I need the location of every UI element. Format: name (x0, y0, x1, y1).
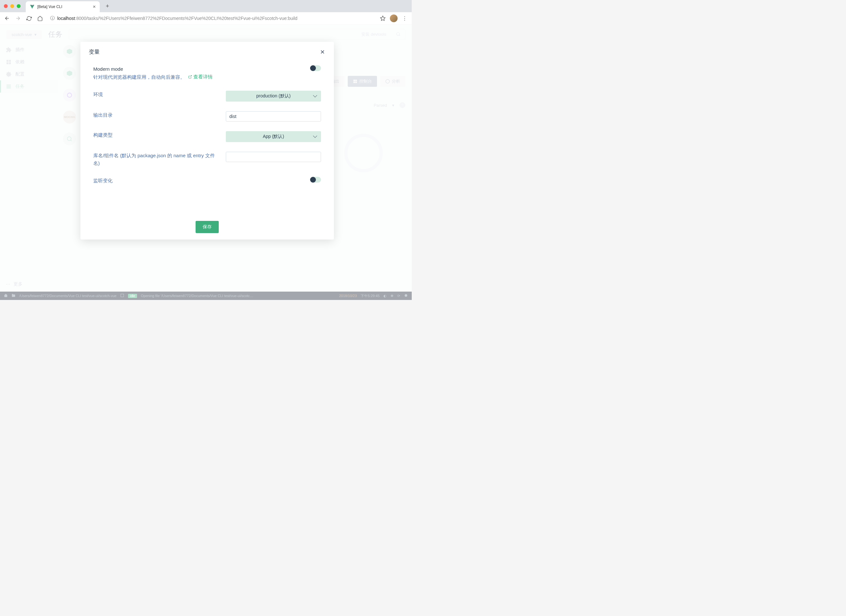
view-details-link[interactable]: 查看详情 (188, 73, 213, 81)
traffic-lights (4, 4, 21, 8)
form-row-env: 环境 production (默认) (93, 91, 321, 101)
env-dropdown[interactable]: production (默认) (226, 91, 321, 101)
svg-marker-0 (380, 16, 385, 21)
watch-toggle[interactable] (311, 177, 321, 183)
modal-header: 变量 ✕ (81, 42, 334, 59)
browser-chrome: [Beta] Vue CLI ✕ + ⓘ localhost:8000/task… (0, 0, 412, 25)
variables-modal: 变量 ✕ Modern mode 针对现代浏览器构建应用，自动向后兼容。 查看详… (81, 42, 334, 239)
modal-footer: 保存 (81, 214, 334, 239)
profile-avatar[interactable] (390, 15, 398, 22)
back-button[interactable] (3, 15, 11, 22)
tab-title: [Beta] Vue CLI (37, 4, 62, 9)
lib-name-label: 库名/组件名 (默认为 package.json 的 name 或 entry … (93, 152, 216, 167)
toggle-knob (310, 177, 316, 183)
output-dir-label: 输出目录 (93, 111, 216, 119)
maximize-window-button[interactable] (17, 4, 21, 8)
build-type-label: 构建类型 (93, 131, 216, 139)
watch-label: 监听变化 (93, 177, 216, 185)
url-bar[interactable]: ⓘ localhost:8000/tasks/%2FUsers%2Ffeiwen… (47, 14, 376, 23)
modern-mode-title: Modern mode (93, 65, 216, 73)
form-row-output-dir: 输出目录 (93, 111, 321, 122)
form-row-build-type: 构建类型 App (默认) (93, 131, 321, 142)
modal-body: Modern mode 针对现代浏览器构建应用，自动向后兼容。 查看详情 环境 (81, 59, 334, 214)
form-row-watch: 监听变化 (93, 177, 321, 185)
save-button[interactable]: 保存 (195, 221, 219, 233)
env-value: production (默认) (256, 93, 291, 99)
minimize-window-button[interactable] (10, 4, 14, 8)
form-row-lib-name: 库名/组件名 (默认为 package.json 的 name 或 entry … (93, 152, 321, 167)
build-type-dropdown[interactable]: App (默认) (226, 131, 321, 142)
browser-menu-icon[interactable]: ⋮ (401, 15, 408, 22)
lib-name-input[interactable] (226, 152, 321, 162)
output-dir-input[interactable] (226, 111, 321, 122)
site-info-icon[interactable]: ⓘ (50, 15, 55, 21)
home-button[interactable] (36, 15, 44, 22)
url-host: localhost (57, 16, 75, 21)
vue-favicon-icon (29, 4, 35, 9)
external-link-icon (188, 75, 192, 79)
reload-button[interactable] (25, 15, 33, 22)
browser-toolbar: ⓘ localhost:8000/tasks/%2FUsers%2Ffeiwen… (0, 12, 412, 25)
close-tab-icon[interactable]: ✕ (93, 4, 96, 9)
build-type-value: App (默认) (263, 134, 284, 139)
toggle-knob (310, 65, 316, 71)
view-details-label: 查看详情 (193, 73, 213, 81)
new-tab-button[interactable]: + (103, 1, 112, 10)
bookmark-star-icon[interactable] (379, 15, 387, 22)
browser-tab[interactable]: [Beta] Vue CLI ✕ (26, 1, 100, 12)
modern-mode-toggle[interactable] (311, 65, 321, 71)
window-controls: [Beta] Vue CLI ✕ + (0, 0, 412, 12)
env-label: 环境 (93, 91, 216, 98)
form-row-modern-mode: Modern mode 针对现代浏览器构建应用，自动向后兼容。 查看详情 (93, 65, 321, 81)
close-icon[interactable]: ✕ (319, 49, 326, 55)
url-path: :8000/tasks/%2FUsers%2Ffeiwen8772%2FDocu… (75, 16, 297, 21)
close-window-button[interactable] (4, 4, 8, 8)
modal-title: 变量 (89, 48, 100, 56)
forward-button[interactable] (14, 15, 22, 22)
modern-mode-desc: 针对现代浏览器构建应用，自动向后兼容。 (93, 74, 185, 80)
